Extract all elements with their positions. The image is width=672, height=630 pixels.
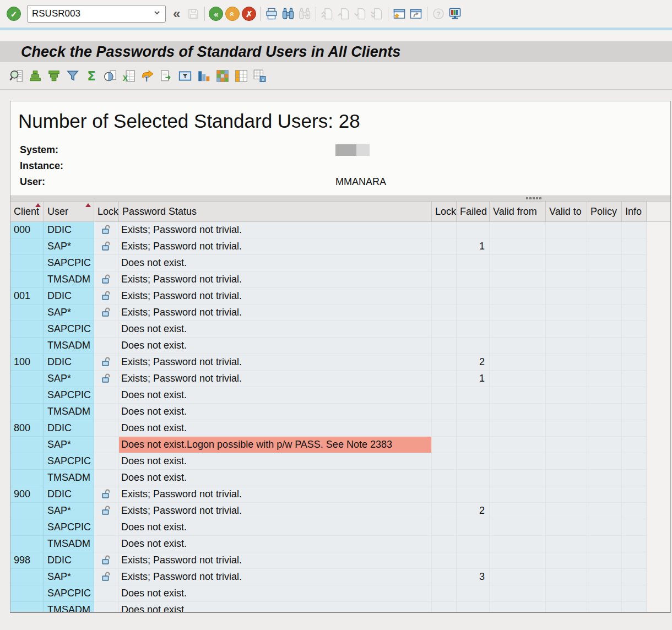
cell-failed xyxy=(457,453,490,470)
cell-password-status: Exists; Password not trivial. xyxy=(119,354,432,371)
subtotals-icon[interactable] xyxy=(101,67,118,85)
cell-failed xyxy=(457,321,490,338)
total-icon[interactable]: Σ xyxy=(83,67,100,85)
mail-recipient-icon[interactable] xyxy=(176,67,193,85)
graphic-icon[interactable] xyxy=(195,67,212,85)
table-row[interactable]: SAP*Exists; Password not trivial.2 xyxy=(10,503,670,519)
table-row[interactable]: SAPCPICDoes not exist. xyxy=(10,255,670,271)
table-row[interactable]: 001DDICExists; Password not trivial. xyxy=(10,288,670,305)
table-row[interactable]: TMSADMDoes not exist. xyxy=(10,404,670,420)
cell-failed: 2 xyxy=(457,354,490,371)
cell-password-status: Does not exist.Logon possible with p/w P… xyxy=(119,437,432,453)
table-row[interactable]: SAP*Exists; Password not trivial. xyxy=(10,305,670,321)
cell-valid-from xyxy=(490,371,546,387)
column-header-valid_from[interactable]: Valid from xyxy=(490,202,546,222)
instance-label: Instance: xyxy=(20,160,335,172)
cell-lock xyxy=(94,470,119,486)
collapse-icon[interactable]: « xyxy=(171,6,182,21)
word-processing-icon[interactable]: T xyxy=(139,67,156,85)
table-row[interactable]: SAPCPICDoes not exist. xyxy=(10,453,670,470)
row-filler xyxy=(647,271,670,288)
help-icon: ? xyxy=(430,6,447,22)
table-row[interactable]: SAP*Exists; Password not trivial.3 xyxy=(10,569,670,585)
column-label: Failed xyxy=(460,206,487,218)
table-row[interactable]: 998DDICExists; Password not trivial. xyxy=(10,552,670,569)
column-header-failed[interactable]: Failed xyxy=(457,202,490,222)
cell-lock xyxy=(94,569,119,585)
find-icon[interactable] xyxy=(280,6,296,22)
exit-icon[interactable]: « xyxy=(224,6,241,22)
cell-valid-from xyxy=(490,470,546,486)
column-header-info[interactable]: Info xyxy=(622,202,647,222)
cell-lock xyxy=(94,453,119,470)
table-row[interactable]: TMSADMDoes not exist. xyxy=(10,536,670,552)
cell-failed xyxy=(457,288,490,305)
cell-user: DDIC xyxy=(44,222,94,238)
table-row[interactable]: TMSADMDoes not exist. xyxy=(10,338,670,354)
command-field[interactable] xyxy=(27,5,166,23)
row-filler xyxy=(647,404,670,420)
column-header-policy[interactable]: Policy xyxy=(587,202,622,222)
cell-client: 001 xyxy=(10,288,44,305)
table-row[interactable]: SAPCPICDoes not exist. xyxy=(10,321,670,338)
new-session-icon[interactable] xyxy=(391,6,408,22)
table-row[interactable]: 100DDICExists; Password not trivial.2 xyxy=(10,354,670,371)
cell-valid-to xyxy=(546,519,587,536)
filter-icon[interactable] xyxy=(64,67,81,85)
cell-user: SAPCPIC xyxy=(44,387,94,404)
cell-valid-to xyxy=(546,404,587,420)
column-header-valid_to[interactable]: Valid to xyxy=(546,202,587,222)
column-header-user[interactable]: User xyxy=(44,202,94,222)
table-row[interactable]: SAP*Exists; Password not trivial.1 xyxy=(10,238,670,255)
row-filler xyxy=(647,453,670,470)
cell-valid-from xyxy=(490,238,546,255)
table-row[interactable]: TMSADMDoes not exist. xyxy=(10,470,670,486)
row-filler xyxy=(647,387,670,404)
cell-client xyxy=(10,371,44,387)
table-row[interactable]: TMSADMExists; Password not trivial. xyxy=(10,271,670,288)
cell-failed xyxy=(457,519,490,536)
print-icon[interactable] xyxy=(263,6,280,22)
save-layout-icon[interactable] xyxy=(251,67,268,85)
cell-policy xyxy=(587,321,622,338)
column-header-lock[interactable]: Lock xyxy=(94,202,119,222)
cancel-icon[interactable]: ✗ xyxy=(241,6,257,22)
create-shortcut-icon[interactable] xyxy=(408,6,424,22)
toolbar-separator xyxy=(388,7,388,21)
column-header-client[interactable]: Client xyxy=(10,202,44,222)
table-row[interactable]: 900DDICExists; Password not trivial. xyxy=(10,486,670,503)
list-details-icon[interactable] xyxy=(8,67,25,85)
enter-icon[interactable]: ✓ xyxy=(6,6,22,22)
unlocked-padlock-icon xyxy=(101,307,112,319)
cell-failed xyxy=(457,602,490,613)
table-row[interactable]: 000DDICExists; Password not trivial. xyxy=(10,222,670,238)
splitter-handle[interactable] xyxy=(10,195,670,202)
cell-info xyxy=(622,404,647,420)
cell-lock2 xyxy=(432,222,457,238)
back-icon[interactable]: « xyxy=(208,6,224,22)
sort-descending-icon[interactable] xyxy=(45,67,62,85)
table-row[interactable]: SAPCPICDoes not exist. xyxy=(10,387,670,404)
column-header-password_status[interactable]: Password Status xyxy=(119,202,432,222)
local-file-icon[interactable] xyxy=(158,67,175,85)
export-spreadsheet-icon[interactable]: X xyxy=(120,67,137,85)
table-row[interactable]: 800DDICDoes not exist. xyxy=(10,420,670,437)
gui-settings-icon[interactable] xyxy=(447,6,463,22)
cell-lock xyxy=(94,255,119,271)
table-row[interactable]: TMSADMDoes not exist. xyxy=(10,602,670,613)
chevron-down-icon[interactable] xyxy=(153,9,161,19)
cell-lock2 xyxy=(432,387,457,404)
sort-ascending-icon[interactable] xyxy=(26,67,44,85)
column-header-lock2[interactable]: Lock xyxy=(432,202,457,222)
cell-client xyxy=(10,387,44,404)
table-row[interactable]: SAP*Exists; Password not trivial.1 xyxy=(10,371,670,387)
cell-valid-to xyxy=(546,222,587,238)
cell-lock xyxy=(94,238,119,255)
change-layout-icon[interactable] xyxy=(232,67,250,85)
table-row[interactable]: SAPCPICDoes not exist. xyxy=(10,585,670,602)
column-label: Policy xyxy=(590,206,617,218)
table-row[interactable]: SAP*Does not exist.Logon possible with p… xyxy=(10,437,670,453)
table-row[interactable]: SAPCPICDoes not exist. xyxy=(10,519,670,536)
choose-layout-icon[interactable] xyxy=(214,67,231,85)
command-input[interactable] xyxy=(32,8,153,19)
